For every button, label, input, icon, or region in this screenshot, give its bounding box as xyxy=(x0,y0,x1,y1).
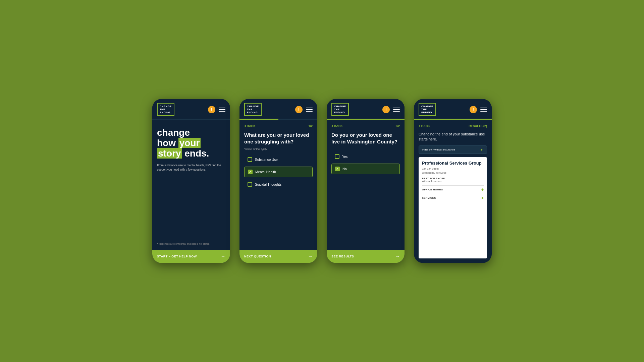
header-icons-1: ! xyxy=(208,106,225,113)
results-count: RESULTS (2) xyxy=(469,124,487,128)
phone-1-cta[interactable]: START – GET HELP NOW → xyxy=(152,250,230,263)
filter-chevron-icon: ▼ xyxy=(480,148,483,152)
phone-2-cta-label: NEXT QUESTION xyxy=(244,255,271,258)
phone-3-cta-arrow: → xyxy=(395,254,400,259)
checkbox-label-mental: Mental Health xyxy=(255,170,276,174)
result-card: Professional Services Group 724 Elm Stre… xyxy=(419,157,487,258)
phone-4-header: CHANGE THE ENDING ! xyxy=(414,99,492,119)
result-section-hours[interactable]: OFFICE HOURS + xyxy=(422,185,484,194)
header-icons-4: ! xyxy=(470,106,487,113)
phone-2: CHANGE THE ENDING ! < BACK 1/2 What are … xyxy=(239,99,317,263)
hero-line3-plain: ends. xyxy=(182,148,209,159)
result-best-value: Without Insurance xyxy=(422,180,484,183)
logo-text-2: CHANGE THE ENDING xyxy=(247,105,259,114)
checkbox-label-no: No xyxy=(342,167,347,171)
phone-1: CHANGE THE ENDING ! change how your stor… xyxy=(152,99,230,263)
logo-2: CHANGE THE ENDING xyxy=(244,103,262,116)
question-title-2: What are you or your loved one strugglin… xyxy=(244,132,313,145)
page-indicator-3: 2/2 xyxy=(395,124,400,128)
logo-text-1: CHANGE THE ENDING xyxy=(160,105,172,114)
back-button-4[interactable]: < BACK xyxy=(419,124,430,128)
hero-title: change how your story ends. xyxy=(157,128,225,159)
phone-4: CHANGE THE ENDING ! < BACK RESULTS (2) C… xyxy=(414,99,492,263)
phone-1-cta-arrow: → xyxy=(221,254,225,259)
question-title-3: Do you or your loved one live in Washing… xyxy=(331,132,400,145)
logo-3: CHANGE THE ENDING xyxy=(331,103,349,116)
phone-3-cta[interactable]: SEE RESULTS → xyxy=(327,250,405,263)
checkbox-box-yes xyxy=(335,154,339,159)
checkbox-label-suicidal: Suicidal Thoughts xyxy=(255,183,281,186)
checkbox-mental-health[interactable]: ✓ Mental Health xyxy=(244,167,313,177)
nav-bar-3: < BACK 2/2 xyxy=(331,124,400,128)
hamburger-icon-1[interactable] xyxy=(219,108,225,112)
phone-3-cta-label: SEE RESULTS xyxy=(331,255,354,258)
alert-icon-2[interactable]: ! xyxy=(295,106,303,113)
filter-dropdown[interactable]: Filter by: Without Insurance ▼ xyxy=(419,145,487,154)
checkbox-check-mental: ✓ xyxy=(249,170,252,174)
nav-bar-2: < BACK 1/2 xyxy=(244,124,313,128)
result-name: Professional Services Group xyxy=(422,161,484,166)
result-address-line2: West Bend, WI 53095 xyxy=(422,171,446,174)
phone-3: CHANGE THE ENDING ! < BACK 2/2 Do you or… xyxy=(327,99,405,263)
phone-1-cta-label: START – GET HELP NOW xyxy=(157,255,197,258)
hero-line1: change xyxy=(157,127,190,138)
phone-3-header: CHANGE THE ENDING ! xyxy=(327,99,405,119)
alert-icon-4[interactable]: ! xyxy=(470,106,477,113)
hero-disclaimer: *Responses are confidential and data is … xyxy=(157,243,225,245)
hero-line3-highlight: story xyxy=(157,148,182,159)
checkbox-suicidal[interactable]: Suicidal Thoughts xyxy=(244,179,313,189)
result-address-line1: 724 Elm Street xyxy=(422,167,439,170)
logo-4: CHANGE THE ENDING xyxy=(419,103,436,116)
checkbox-yes[interactable]: Yes xyxy=(331,152,400,162)
result-best-label: BEST FOR THOSE: xyxy=(422,177,484,180)
page-indicator-2: 1/2 xyxy=(308,124,313,128)
logo-text-3: CHANGE THE ENDING xyxy=(334,105,346,114)
checkbox-label-substance: Substance Use xyxy=(255,158,278,162)
logo-1: CHANGE THE ENDING xyxy=(157,103,174,116)
phone-3-content: < BACK 2/2 Do you or your loved one live… xyxy=(327,120,405,250)
hero-content: change how your story ends. From substan… xyxy=(157,124,225,245)
checkbox-box-suicidal xyxy=(248,182,252,187)
phone-4-content: < BACK RESULTS (2) Changing the end of y… xyxy=(414,120,492,263)
checkbox-box-no: ✓ xyxy=(335,167,340,171)
phone-1-header: CHANGE THE ENDING ! xyxy=(152,99,230,119)
nav-bar-4: < BACK RESULTS (2) xyxy=(419,124,487,128)
result-section-services-icon: + xyxy=(481,196,484,200)
result-section-services-label: SERVICES xyxy=(422,196,436,199)
phone-2-content: < BACK 1/2 What are you or your loved on… xyxy=(239,120,317,250)
phone-2-header: CHANGE THE ENDING ! xyxy=(239,99,317,119)
checkbox-substance-use[interactable]: Substance Use xyxy=(244,155,313,165)
phones-container: CHANGE THE ENDING ! change how your stor… xyxy=(152,99,492,263)
question-subtitle-2: *Select all that apply. xyxy=(244,147,313,150)
hamburger-icon-3[interactable] xyxy=(393,108,400,112)
hero-subtitle: From substance use to mental health, we'… xyxy=(157,163,225,172)
phone-2-cta[interactable]: NEXT QUESTION → xyxy=(239,250,317,263)
hero-line2-plain: how xyxy=(157,138,178,148)
header-icons-3: ! xyxy=(382,106,400,113)
checkbox-label-yes: Yes xyxy=(342,155,347,159)
hero-line2-highlight: your xyxy=(178,138,201,148)
checkbox-check-no: ✓ xyxy=(336,167,339,171)
filter-label: Filter by: Without Insurance xyxy=(422,148,455,151)
result-section-services[interactable]: SERVICES + xyxy=(422,194,484,202)
phone-2-cta-arrow: → xyxy=(308,254,313,259)
result-address: 724 Elm Street West Bend, WI 53095 xyxy=(422,167,484,175)
phone-1-content: change how your story ends. From substan… xyxy=(152,120,230,250)
result-section-hours-label: OFFICE HOURS xyxy=(422,188,443,191)
checkbox-box-substance xyxy=(248,157,252,162)
checkbox-no[interactable]: ✓ No xyxy=(331,164,400,174)
logo-text-4: CHANGE THE ENDING xyxy=(421,105,433,114)
back-button-2[interactable]: < BACK xyxy=(244,124,256,128)
checkbox-list-2: Substance Use ✓ Mental Health Suicidal T… xyxy=(244,155,313,245)
checkbox-box-mental: ✓ xyxy=(248,170,253,174)
back-button-3[interactable]: < BACK xyxy=(331,124,343,128)
header-icons-2: ! xyxy=(295,106,313,113)
alert-icon-3[interactable]: ! xyxy=(382,106,390,113)
checkbox-list-3: Yes ✓ No xyxy=(331,152,400,245)
hamburger-icon-4[interactable] xyxy=(480,108,487,112)
result-section-hours-icon: + xyxy=(481,187,484,192)
results-header: Changing the end of your substance use s… xyxy=(419,132,487,142)
hamburger-icon-2[interactable] xyxy=(306,108,313,112)
alert-icon-1[interactable]: ! xyxy=(208,106,215,113)
